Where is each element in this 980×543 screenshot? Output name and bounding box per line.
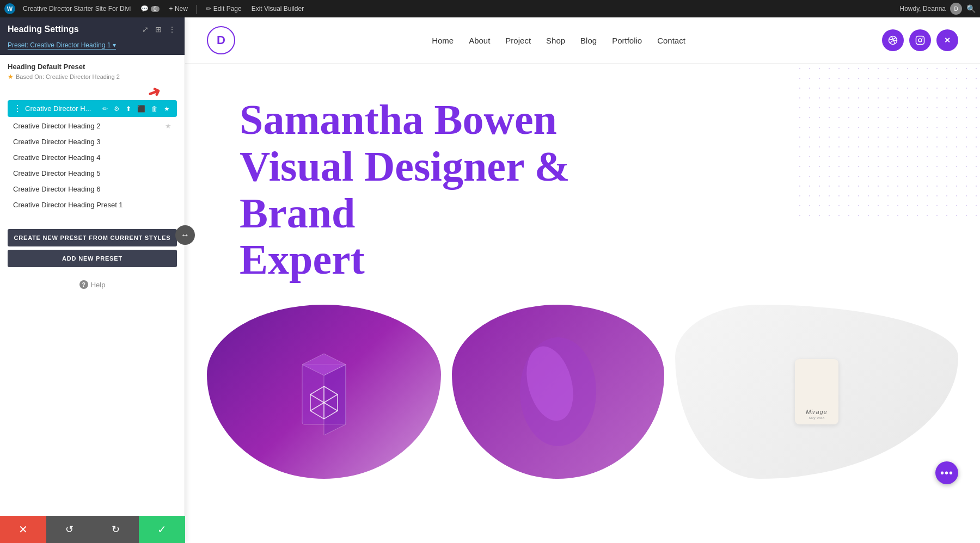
floating-dots-button[interactable]: ••• <box>935 461 958 484</box>
candle-body: Mirage soy wax <box>795 359 838 424</box>
social-twitter[interactable]: ✕ <box>936 29 958 51</box>
nav-links: Home About Project Shop Blog Portfolio C… <box>432 36 685 45</box>
preset-row-6[interactable]: Creative Director Heading 6 <box>8 181 177 197</box>
dot-pattern-decoration <box>795 64 980 216</box>
redo-icon: ↻ <box>112 523 120 535</box>
preset-name-5: Creative Director Heading 5 <box>13 169 100 177</box>
preset-name-2: Creative Director Heading 2 <box>13 122 100 130</box>
preset-row-2[interactable]: Creative Director Heading 2 ★ <box>8 118 177 134</box>
separator: | <box>195 3 198 15</box>
svg-point-2 <box>918 39 922 42</box>
admin-bar: W Creative Director Starter Site For Div… <box>0 0 980 17</box>
arrow-annotation: ➜ <box>8 86 177 99</box>
user-avatar[interactable]: D <box>950 3 962 15</box>
product-box-icon <box>291 348 357 435</box>
svg-marker-6 <box>324 365 346 435</box>
site-name-link[interactable]: Creative Director Starter Site For Divi <box>21 5 133 13</box>
preset-row-4[interactable]: Creative Director Heading 4 <box>8 150 177 165</box>
close-button[interactable]: ✕ <box>0 516 46 543</box>
gallery-item-left <box>207 305 441 479</box>
based-on-star-icon: ★ <box>8 73 14 81</box>
active-preset-icons: ✏ ⚙ ⬆ ⬛ 🗑 ★ <box>101 104 171 114</box>
social-instagram[interactable] <box>909 29 931 51</box>
candle-subtitle: soy wax <box>809 415 825 420</box>
copy-preset-icon[interactable]: ⬛ <box>136 104 147 114</box>
preset-name-7: Creative Director Heading Preset 1 <box>13 201 123 209</box>
settings-preset-icon[interactable]: ⚙ <box>112 104 121 114</box>
social-dribbble[interactable] <box>882 29 904 51</box>
hero-title: Samantha BowenVisual Designer & BrandExp… <box>240 96 648 283</box>
comments-link[interactable]: 💬 0 <box>138 5 162 13</box>
sidebar-title: Heading Settings <box>8 24 79 34</box>
new-menu[interactable]: + New <box>167 5 190 13</box>
nav-about[interactable]: About <box>469 36 490 45</box>
based-on-text: ★ Based On: Creative Director Heading 2 <box>8 73 177 81</box>
nav-social: ✕ <box>882 29 958 51</box>
preset-star-2[interactable]: ★ <box>165 122 171 130</box>
save-button[interactable]: ✓ <box>139 516 185 543</box>
candle-container: Mirage soy wax <box>795 359 838 424</box>
more-options-icon[interactable]: ⋮ <box>167 24 177 35</box>
wp-logo[interactable]: W <box>4 3 15 14</box>
sidebar-header: Heading Settings ⤢ ⊞ ⋮ <box>0 17 185 40</box>
add-preset-button[interactable]: ADD NEW PRESET <box>8 250 177 267</box>
fabric-icon <box>504 324 612 460</box>
grid-icon[interactable]: ⊞ <box>154 24 163 35</box>
expand-icon[interactable]: ⤢ <box>141 24 150 35</box>
exit-vb-link[interactable]: Exit Visual Builder <box>249 5 307 13</box>
check-icon: ✓ <box>157 523 167 536</box>
preset-section: Heading Default Preset ★ Based On: Creat… <box>0 55 185 220</box>
edit-page-link[interactable]: ✏ Edit Page <box>204 5 244 13</box>
gallery-row: Mirage soy wax ••• <box>185 305 980 501</box>
svg-rect-1 <box>916 36 924 45</box>
nav-portfolio[interactable]: Portfolio <box>612 36 642 45</box>
preset-row-3[interactable]: Creative Director Heading 3 <box>8 134 177 150</box>
nav-home[interactable]: Home <box>432 36 454 45</box>
preset-name-3: Creative Director Heading 3 <box>13 138 100 146</box>
hero-section: Samantha BowenVisual Designer & BrandExp… <box>185 64 980 305</box>
upload-preset-icon[interactable]: ⬆ <box>124 104 133 114</box>
search-icon[interactable]: 🔍 <box>966 4 976 13</box>
panel-toggle-arrow[interactable]: ↔ <box>175 225 195 245</box>
edit-preset-icon[interactable]: ✏ <box>101 104 109 114</box>
preset-row-7[interactable]: Creative Director Heading Preset 1 <box>8 197 177 213</box>
active-preset-name: Creative Director H... <box>25 104 101 113</box>
star-preset-icon[interactable]: ★ <box>162 104 171 114</box>
gallery-item-middle <box>452 305 664 479</box>
candle-brand: Mirage <box>806 409 828 415</box>
howdy-text: Howdy, Deanna <box>900 5 946 13</box>
site-content: ↔ D Home About Project Shop Blog Portfol… <box>185 17 980 543</box>
close-icon: ✕ <box>19 523 28 536</box>
gallery-item-right: Mirage soy wax <box>675 305 958 479</box>
help-icon: ? <box>79 280 88 289</box>
dots-icon: ••• <box>940 467 953 479</box>
redo-button[interactable]: ↻ <box>93 516 139 543</box>
delete-preset-icon[interactable]: 🗑 <box>150 104 160 114</box>
preset-name-4: Creative Director Heading 4 <box>13 153 100 162</box>
help-link[interactable]: ? Help <box>0 276 185 293</box>
sidebar-panel: Heading Settings ⤢ ⊞ ⋮ Preset: Creative … <box>0 17 185 543</box>
nav-project[interactable]: Project <box>505 36 531 45</box>
preset-label[interactable]: Preset: Creative Director Heading 1 ▾ <box>0 40 185 55</box>
svg-point-3 <box>922 38 923 39</box>
preset-row-5[interactable]: Creative Director Heading 5 <box>8 165 177 181</box>
default-preset-label: Heading Default Preset <box>8 63 177 71</box>
bottom-toolbar: ✕ ↺ ↻ ✓ <box>0 516 185 543</box>
undo-button[interactable]: ↺ <box>46 516 93 543</box>
site-nav: D Home About Project Shop Blog Portfolio… <box>185 17 980 64</box>
site-logo[interactable]: D <box>207 26 235 54</box>
nav-contact[interactable]: Contact <box>657 36 685 45</box>
preset-name-6: Creative Director Heading 6 <box>13 185 100 193</box>
row-context-dots[interactable]: ⋮ <box>13 103 22 114</box>
nav-shop[interactable]: Shop <box>546 36 565 45</box>
help-label: Help <box>91 281 106 289</box>
undo-icon: ↺ <box>65 523 74 535</box>
create-preset-button[interactable]: CREATE NEW PRESET FROM CURRENT STYLES <box>8 229 177 246</box>
nav-blog[interactable]: Blog <box>580 36 597 45</box>
